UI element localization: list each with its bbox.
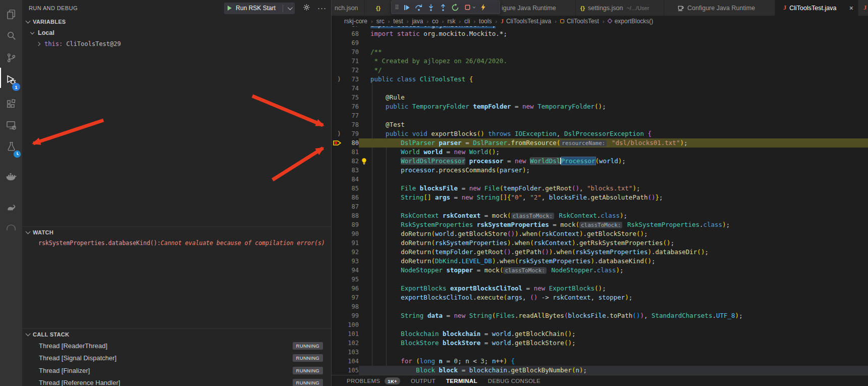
line-number[interactable]: 80 bbox=[346, 138, 359, 148]
line-number[interactable]: 74 bbox=[346, 84, 359, 93]
breakpoint-current-line-icon[interactable] bbox=[333, 139, 342, 147]
breadcrumb-item-src[interactable]: src bbox=[376, 18, 385, 25]
glyph-margin[interactable]: ) bbox=[332, 129, 346, 138]
glyph-margin[interactable] bbox=[332, 293, 346, 302]
code-text[interactable]: File blocksFile = new File(tempFolder.ge… bbox=[370, 184, 868, 193]
glyph-margin[interactable] bbox=[332, 102, 346, 111]
line-number[interactable]: 82 bbox=[346, 157, 359, 166]
line-number[interactable]: 97 bbox=[346, 293, 359, 302]
account-icon[interactable] bbox=[0, 220, 22, 230]
code-text[interactable]: exportBlocksCliTool.execute(args, () -> … bbox=[370, 293, 868, 302]
code-text[interactable]: Block block = blockchain.getBlockByNumbe… bbox=[370, 366, 868, 375]
line-number[interactable]: 83 bbox=[346, 166, 359, 175]
code-line-105[interactable]: 105 Block block = blockchain.getBlockByN… bbox=[332, 366, 868, 375]
breadcrumb-item-CliToolsTest.java[interactable]: JCliToolsTest.java bbox=[501, 18, 551, 25]
line-number[interactable]: 103 bbox=[346, 348, 359, 357]
run-and-debug-icon[interactable]: 1 bbox=[0, 70, 22, 90]
code-text[interactable]: * Created by ajlopez on 26/04/2020. bbox=[370, 57, 868, 66]
glyph-margin[interactable] bbox=[332, 47, 346, 57]
line-number[interactable]: 100 bbox=[346, 320, 359, 329]
code-line-100[interactable]: 100 bbox=[332, 320, 868, 329]
code-text[interactable] bbox=[370, 275, 868, 284]
line-number[interactable]: 75 bbox=[346, 93, 359, 102]
step-over-button[interactable] bbox=[413, 2, 425, 14]
code-text[interactable]: DslParser parser = DslParser.fromResourc… bbox=[370, 138, 868, 148]
glyph-margin[interactable] bbox=[332, 38, 346, 47]
code-line-79[interactable]: )79 public void exportBlocks() throws IO… bbox=[332, 129, 868, 138]
code-line-86[interactable]: 86 String[] args = new String[]{"0", "2"… bbox=[332, 193, 868, 202]
code-line-71[interactable]: 71 * Created by ajlopez on 26/04/2020. bbox=[332, 57, 868, 66]
glyph-margin[interactable] bbox=[332, 257, 346, 266]
line-number[interactable]: 94 bbox=[346, 266, 359, 275]
search-icon[interactable] bbox=[0, 25, 22, 45]
code-text[interactable]: Blockchain blockchain = world.getBlockCh… bbox=[370, 329, 868, 339]
inline-breakpoint-hint-icon[interactable]: ) bbox=[337, 129, 341, 138]
code-text[interactable]: processor.processCommands(parser); bbox=[370, 166, 868, 175]
breadcrumb-item-cli[interactable]: cli bbox=[464, 18, 470, 25]
code-text[interactable] bbox=[370, 38, 868, 47]
glyph-margin[interactable] bbox=[332, 202, 346, 211]
variable-this[interactable]: this: CliToolsTest@29 bbox=[22, 38, 331, 50]
line-number[interactable]: 69 bbox=[346, 38, 359, 47]
glyph-margin[interactable] bbox=[332, 357, 346, 366]
watch-header[interactable]: WATCH bbox=[22, 226, 331, 237]
breadcrumb-item-rsk[interactable]: rsk bbox=[447, 18, 455, 25]
continue-button[interactable] bbox=[401, 2, 413, 14]
more-actions-icon[interactable]: ··· bbox=[317, 6, 327, 11]
code-line-97[interactable]: 97 exportBlocksCliTool.execute(args, () … bbox=[332, 293, 868, 302]
code-line-84[interactable]: 84 bbox=[332, 175, 868, 184]
code-text[interactable] bbox=[370, 302, 868, 311]
code-text[interactable]: World world = new World(); bbox=[370, 148, 868, 157]
line-number[interactable]: 88 bbox=[346, 211, 359, 220]
line-number[interactable]: 96 bbox=[346, 284, 359, 293]
code-text[interactable]: WorldDslProcessor processor = new WorldD… bbox=[370, 157, 868, 166]
code-line-72[interactable]: 72 */ bbox=[332, 66, 868, 75]
tab-CliToolsTest.java[interactable]: JCliToolsTest.java× bbox=[775, 0, 858, 16]
line-number[interactable]: 71 bbox=[346, 57, 359, 66]
call-stack-thread-0[interactable]: Thread [ReaderThread]RUNNING bbox=[22, 340, 331, 352]
restart-button[interactable] bbox=[449, 2, 461, 14]
code-line-102[interactable]: 102 BlockStore blockStore = world.getBlo… bbox=[332, 339, 868, 348]
glyph-margin[interactable] bbox=[332, 320, 346, 329]
code-line-81[interactable]: 81 World world = new World(); bbox=[332, 148, 868, 157]
glyph-margin[interactable] bbox=[332, 211, 346, 220]
code-editor[interactable]: 67import static org.junit.Assert.*;68imp… bbox=[332, 26, 868, 375]
line-number[interactable]: 68 bbox=[346, 29, 359, 38]
extensions-icon[interactable] bbox=[0, 94, 22, 114]
testing-flask-icon[interactable] bbox=[0, 136, 22, 157]
line-number[interactable]: 95 bbox=[346, 275, 359, 284]
code-line-94[interactable]: 94 NodeStopper stopper = mock(classToMoc… bbox=[332, 266, 868, 275]
explorer-icon[interactable] bbox=[0, 4, 22, 24]
code-text[interactable] bbox=[370, 84, 868, 93]
call-stack-thread-3[interactable]: Thread [Reference Handler]RUNNING bbox=[22, 377, 331, 386]
glyph-margin[interactable] bbox=[332, 57, 346, 66]
glyph-margin[interactable] bbox=[332, 29, 346, 38]
code-text[interactable]: @Test bbox=[370, 120, 868, 129]
source-control-icon[interactable] bbox=[0, 47, 22, 68]
code-text[interactable] bbox=[370, 111, 868, 120]
panel-tab-output[interactable]: OUTPUT bbox=[411, 378, 436, 384]
call-stack-thread-2[interactable]: Thread [Finalizer]RUNNING bbox=[22, 364, 331, 377]
glyph-margin[interactable] bbox=[332, 248, 346, 257]
code-text[interactable]: @Rule bbox=[370, 93, 868, 102]
code-text[interactable]: public class CliToolsTest { bbox=[370, 75, 868, 84]
panel-tab-problems[interactable]: PROBLEMS1K+ bbox=[347, 377, 400, 384]
code-text[interactable] bbox=[370, 348, 868, 357]
glyph-margin[interactable] bbox=[332, 348, 346, 357]
gradle-icon[interactable] bbox=[0, 197, 22, 217]
hot-code-replace-icon[interactable] bbox=[477, 2, 490, 14]
glyph-margin[interactable] bbox=[332, 266, 346, 275]
line-number[interactable]: 98 bbox=[346, 302, 359, 311]
glyph-margin[interactable] bbox=[332, 66, 346, 75]
chevron-down-icon[interactable] bbox=[288, 5, 293, 10]
code-line-103[interactable]: 103 bbox=[332, 348, 868, 357]
variables-scope-local[interactable]: Local bbox=[22, 27, 331, 38]
tab-partial-6[interactable]: J bbox=[858, 0, 868, 16]
code-line-78[interactable]: 78 @Test bbox=[332, 120, 868, 129]
breadcrumb-item-java[interactable]: java bbox=[412, 18, 423, 25]
line-number[interactable]: 77 bbox=[346, 111, 359, 120]
line-number[interactable]: 89 bbox=[346, 220, 359, 229]
docker-icon[interactable] bbox=[0, 167, 22, 187]
line-number[interactable]: 70 bbox=[346, 47, 359, 57]
code-text[interactable]: doReturn(world.getBlockStore()).when(rsk… bbox=[370, 229, 868, 238]
